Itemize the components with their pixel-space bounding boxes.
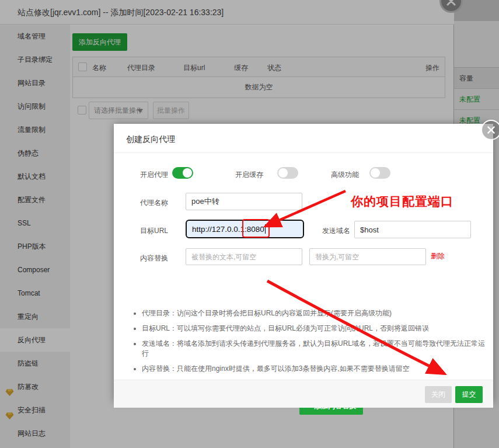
delete-replace-link[interactable]: 删除 xyxy=(431,251,445,261)
target-url-label: 目标URL xyxy=(140,226,168,236)
toggle-knob xyxy=(183,168,192,178)
enable-proxy-label: 开启代理 xyxy=(140,170,168,180)
note-send-domain: 发送域名：将域名添加到请求头传递到代理服务器，默认为目标URL域名，若设置不当可… xyxy=(142,339,486,359)
close-icon xyxy=(487,126,495,134)
toggle-knob xyxy=(278,168,288,178)
note-proxy-dir: 代理目录：访问这个目录时将会把目标URL的内容返回并显示(需要开启高级功能) xyxy=(142,308,486,318)
send-domain-label: 发送域名 xyxy=(322,226,350,236)
toggle-knob xyxy=(371,168,380,178)
send-domain-input[interactable] xyxy=(354,221,471,238)
enable-cache-label: 开启缓存 xyxy=(235,170,263,180)
screen: 容量 未配置 未配置 站点修改[jqr.evv1.com] -- 添加时间[20… xyxy=(0,0,499,448)
modal-header: 创建反向代理 xyxy=(114,124,493,153)
modal-title: 创建反向代理 xyxy=(126,134,175,145)
help-notes: 代理目录：访问这个目录时将会把目标URL的内容返回并显示(需要开启高级功能) 目… xyxy=(142,308,486,379)
modal-footer: 关闭 提交 xyxy=(114,380,493,408)
note-content-replace: 内容替换：只能在使用nginx时提供，最多可以添加3条替换内容,如果不需要替换请… xyxy=(142,364,486,374)
text-caret xyxy=(265,224,266,234)
note-target-url: 目标URL：可以填写你需要代理的站点，目标URL必须为可正常访问的URL，否则将… xyxy=(142,324,486,334)
proxy-name-input[interactable] xyxy=(186,193,302,210)
create-reverse-proxy-modal: 创建反向代理 开启代理 开启缓存 高级功能 代理名称 发送域名 目标URL 内容… xyxy=(114,124,493,402)
proxy-name-label: 代理名称 xyxy=(140,198,168,208)
close-button[interactable]: 关闭 xyxy=(425,386,452,403)
replace-from-input[interactable] xyxy=(186,248,302,265)
target-url-input[interactable]: http://127.0.0.1:8080 xyxy=(186,220,304,238)
enable-proxy-toggle[interactable] xyxy=(172,167,193,179)
content-replace-label: 内容替换 xyxy=(140,253,168,263)
modal-close-button[interactable] xyxy=(481,120,499,140)
enable-cache-toggle[interactable] xyxy=(277,167,298,179)
replace-to-input[interactable] xyxy=(309,248,426,265)
submit-button[interactable]: 提交 xyxy=(455,386,483,403)
target-url-value: http://127.0.0.1:8080 xyxy=(192,225,264,234)
advanced-feature-toggle[interactable] xyxy=(369,167,390,179)
advanced-feature-label: 高级功能 xyxy=(331,170,359,180)
